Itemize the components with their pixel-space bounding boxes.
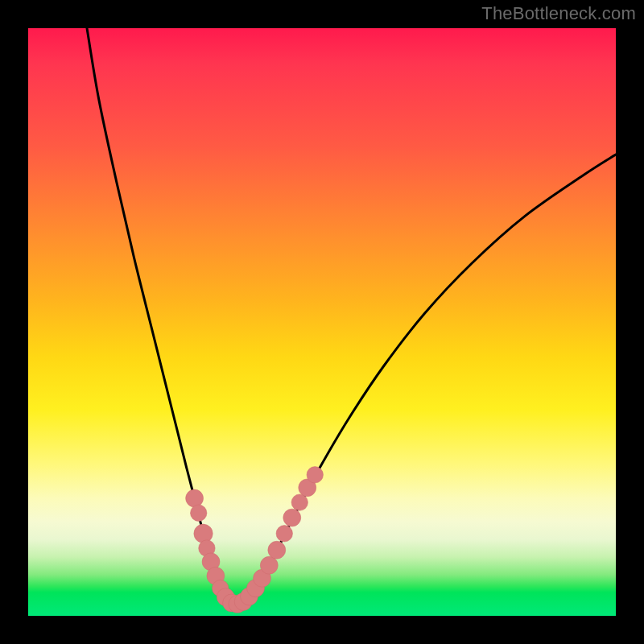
bottleneck-curve [87,28,616,604]
curve-path [87,28,616,604]
plot-area [28,28,616,616]
bead [307,467,323,483]
chart-svg [28,28,616,616]
bead [268,541,286,559]
bead [194,524,213,543]
bead [190,505,206,521]
outer-frame: TheBottleneck.com [0,0,644,644]
bead [283,509,301,526]
curve-beads [186,467,324,613]
bead [291,494,308,510]
bead [260,556,278,574]
bead [276,526,292,542]
bead [186,489,204,507]
watermark-text: TheBottleneck.com [481,3,636,24]
